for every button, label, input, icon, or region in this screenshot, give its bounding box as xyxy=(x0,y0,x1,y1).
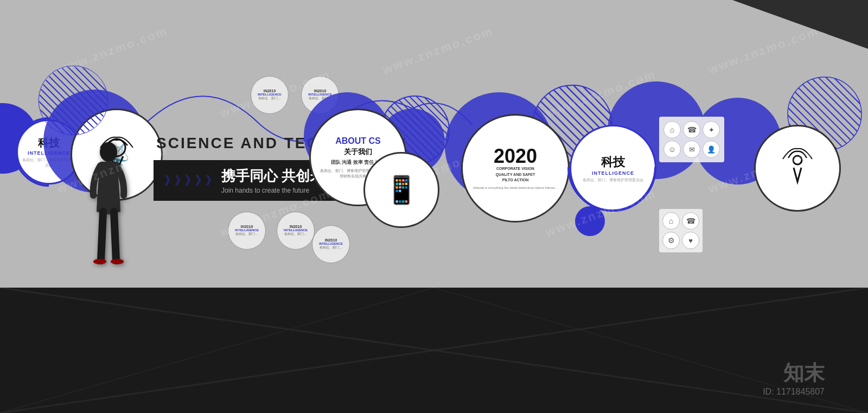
info-icons-panel-top: ⌂ ☎ ✦ ☺ ✉ 👤 xyxy=(659,117,724,162)
year-content: CORPORATE VISION QUALITY AND SAFET PILTO… xyxy=(496,166,535,183)
small-info-circle-5: IN2010 INTELLIGENCE 各岗位、部门... xyxy=(312,225,350,263)
year-circle: 2020 CORPORATE VISION QUALITY AND SAFET … xyxy=(461,114,570,223)
person-silhouette xyxy=(87,136,130,288)
svg-line-7 xyxy=(38,79,94,136)
icon-smile: ☺ xyxy=(663,141,681,158)
svg-line-49 xyxy=(580,84,613,117)
small-info-circle-3: IN2010 INTELLIGENCE 各岗位、部门... xyxy=(228,212,266,250)
svg-line-69 xyxy=(825,76,863,114)
svg-point-84 xyxy=(793,156,802,164)
floor: 知末 ID: 1171845807 xyxy=(0,288,868,413)
svg-line-72 xyxy=(847,76,863,91)
svg-line-5 xyxy=(52,65,108,122)
icon-phone: ☎ xyxy=(683,121,700,138)
wall-background: www.znzmo.com www.znzmo.com www.znzmo.co… xyxy=(0,0,868,288)
phone-icon: 📱 xyxy=(385,176,418,204)
info-icons-panel-bottom: ⌂ ☎ ⚙ ♥ xyxy=(659,209,703,252)
small-info-circle-4: IN2010 INTELLIGENCE 各岗位、部门... xyxy=(277,212,315,250)
year-description: Attitude is everything the detail determ… xyxy=(473,186,558,190)
svg-line-6 xyxy=(38,72,101,136)
phone-circle: 📱 xyxy=(363,152,439,228)
logo-name: 知末 xyxy=(763,359,825,387)
svg-line-73 xyxy=(855,76,863,84)
svg-line-19 xyxy=(38,122,52,136)
signal-circle-right xyxy=(754,125,841,212)
svg-line-13 xyxy=(94,65,108,79)
svg-point-87 xyxy=(111,259,124,264)
svg-line-11 xyxy=(80,65,108,93)
svg-point-85 xyxy=(100,142,117,162)
slogan-arrows: 》》》》》 xyxy=(164,173,216,189)
ceiling-panel xyxy=(732,0,868,49)
svg-line-17 xyxy=(38,107,66,136)
icon-phone-2: ☎ xyxy=(682,212,699,230)
svg-line-4 xyxy=(45,65,108,129)
watermark-text: www.znzmo.com xyxy=(381,24,495,77)
svg-line-70 xyxy=(832,76,863,106)
svg-line-33 xyxy=(436,95,450,109)
year-label: 2020 xyxy=(494,147,537,166)
svg-line-31 xyxy=(422,95,450,123)
logo-id: ID: 1171845807 xyxy=(763,387,825,397)
small-info-circle-1: IN2010 INTELLIGENCE 各岗位、部门... xyxy=(251,76,289,114)
svg-line-52 xyxy=(605,84,613,92)
svg-line-51 xyxy=(597,84,613,100)
small-solid-blue-right xyxy=(575,206,605,236)
svg-line-34 xyxy=(443,95,450,102)
svg-line-27 xyxy=(415,95,450,130)
svg-line-20 xyxy=(38,129,45,136)
about-cs-title: ABOUT CS xyxy=(335,136,381,146)
icon-mail: ✉ xyxy=(683,141,700,158)
about-cs-subtitle: 关于我们 xyxy=(344,147,372,157)
logo-section: 知末 ID: 1171845807 xyxy=(763,359,825,397)
icon-home-2: ⌂ xyxy=(662,212,680,230)
icon-star: ✦ xyxy=(703,121,720,138)
watermark-text: www.znzmo.com xyxy=(706,24,821,77)
icon-user: 👤 xyxy=(703,141,720,158)
icon-settings: ⚙ xyxy=(662,232,680,249)
icon-heart: ♥ xyxy=(682,232,699,249)
icon-home: ⌂ xyxy=(663,121,681,138)
svg-point-86 xyxy=(93,259,106,264)
svg-line-88 xyxy=(0,288,434,413)
striped-circle-top-left xyxy=(38,65,108,136)
